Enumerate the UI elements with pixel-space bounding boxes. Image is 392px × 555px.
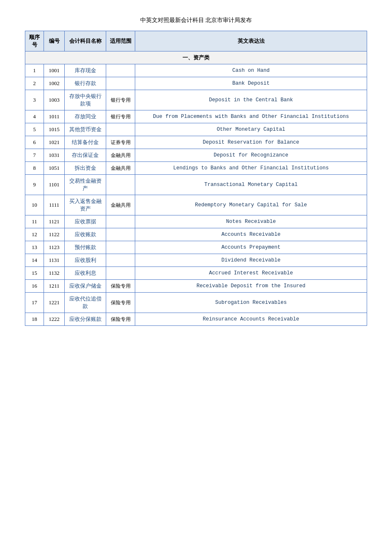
row-number: 7 xyxy=(25,149,44,162)
row-english: Deposit in the Central Bank xyxy=(135,90,367,110)
row-number: 17 xyxy=(25,293,44,313)
row-scope xyxy=(106,228,135,241)
row-number: 5 xyxy=(25,123,44,136)
table-row: 61021结算备付金证券专用Deposit Reservation for Ba… xyxy=(25,136,367,149)
row-english: Redemptory Monetary Capital for Sale xyxy=(135,195,367,215)
row-name: 应收分保账款 xyxy=(65,313,106,326)
row-name: 应收利息 xyxy=(65,267,106,280)
row-english: Lendings to Banks and Other Financial In… xyxy=(135,162,367,175)
row-name: 银行存款 xyxy=(65,77,106,90)
row-scope xyxy=(106,64,135,77)
row-english: Notes Receivable xyxy=(135,215,367,228)
row-number: 4 xyxy=(25,110,44,123)
row-name: 存放中央银行款项 xyxy=(65,90,106,110)
row-english: Accrued Interest Receivable xyxy=(135,267,367,280)
row-scope: 银行专用 xyxy=(106,110,135,123)
row-code: 1111 xyxy=(44,195,65,215)
row-scope xyxy=(106,123,135,136)
row-number: 13 xyxy=(25,241,44,254)
row-number: 6 xyxy=(25,136,44,149)
row-code: 1132 xyxy=(44,267,65,280)
row-code: 1221 xyxy=(44,293,65,313)
row-english: Deposit for Recognizance xyxy=(135,149,367,162)
row-english: Dividend Receivable xyxy=(135,254,367,267)
section-header-assets: 一、资产类 xyxy=(25,51,367,64)
row-code: 1122 xyxy=(44,228,65,241)
row-code: 1131 xyxy=(44,254,65,267)
row-number: 3 xyxy=(25,90,44,110)
row-scope xyxy=(106,77,135,90)
row-name: 交易性金融资产 xyxy=(65,175,106,195)
row-name: 拆出资金 xyxy=(65,162,106,175)
row-name: 其他货币资金 xyxy=(65,123,106,136)
row-name: 应收保户储金 xyxy=(65,280,106,293)
row-scope: 金融共用 xyxy=(106,162,135,175)
row-scope: 证券专用 xyxy=(106,136,135,149)
row-english: Other Monetary Capital xyxy=(135,123,367,136)
row-scope xyxy=(106,175,135,195)
row-code: 1011 xyxy=(44,110,65,123)
row-number: 11 xyxy=(25,215,44,228)
header-col3: 会计科目名称 xyxy=(65,31,106,51)
table-row: 51015其他货币资金Other Monetary Capital xyxy=(25,123,367,136)
table-row: 151132应收利息Accrued Interest Receivable xyxy=(25,267,367,280)
row-english: Receivable Deposit from the Insured xyxy=(135,280,367,293)
table-row: 91101交易性金融资产Transactional Monetary Capit… xyxy=(25,175,367,195)
row-code: 1123 xyxy=(44,241,65,254)
row-english: Reinsurance Accounts Receivable xyxy=(135,313,367,326)
row-number: 16 xyxy=(25,280,44,293)
row-scope xyxy=(106,254,135,267)
table-row: 111121应收票据Notes Receivable xyxy=(25,215,367,228)
row-number: 12 xyxy=(25,228,44,241)
row-name: 库存现金 xyxy=(65,64,106,77)
row-name: 结算备付金 xyxy=(65,136,106,149)
row-english: Accounts Prepayment xyxy=(135,241,367,254)
table-row: 21002银行存款Bank Deposit xyxy=(25,77,367,90)
row-scope: 金融共用 xyxy=(106,195,135,215)
table-row: 81051拆出资金金融共用Lendings to Banks and Other… xyxy=(25,162,367,175)
row-english: Cash on Hand xyxy=(135,64,367,77)
row-code: 1021 xyxy=(44,136,65,149)
row-name: 存出保证金 xyxy=(65,149,106,162)
accounts-table: 顺序号 编号 会计科目名称 适用范围 英文表达法 一、资产类 11001库存现金… xyxy=(25,31,367,326)
row-number: 9 xyxy=(25,175,44,195)
header-col1: 顺序号 xyxy=(25,31,44,51)
row-code: 1101 xyxy=(44,175,65,195)
row-english: Deposit Reservation for Balance xyxy=(135,136,367,149)
row-name: 存放同业 xyxy=(65,110,106,123)
row-name: 应收票据 xyxy=(65,215,106,228)
header-col2: 编号 xyxy=(44,31,65,51)
row-number: 10 xyxy=(25,195,44,215)
row-english: Due from Placements with Banks and Other… xyxy=(135,110,367,123)
row-scope: 保险专用 xyxy=(106,293,135,313)
row-code: 1001 xyxy=(44,64,65,77)
row-code: 1015 xyxy=(44,123,65,136)
row-scope: 保险专用 xyxy=(106,313,135,326)
row-number: 18 xyxy=(25,313,44,326)
table-row: 31003存放中央银行款项银行专用Deposit in the Central … xyxy=(25,90,367,110)
row-scope xyxy=(106,267,135,280)
table-row: 41011存放同业银行专用Due from Placements with Ba… xyxy=(25,110,367,123)
table-row: 11001库存现金Cash on Hand xyxy=(25,64,367,77)
row-number: 2 xyxy=(25,77,44,90)
row-code: 1051 xyxy=(44,162,65,175)
header-col4: 适用范围 xyxy=(106,31,135,51)
row-code: 1031 xyxy=(44,149,65,162)
row-code: 1121 xyxy=(44,215,65,228)
row-number: 8 xyxy=(25,162,44,175)
row-name: 预付账款 xyxy=(65,241,106,254)
table-row: 161211应收保户储金保险专用Receivable Deposit from … xyxy=(25,280,367,293)
table-row: 181222应收分保账款保险专用Reinsurance Accounts Rec… xyxy=(25,313,367,326)
row-number: 1 xyxy=(25,64,44,77)
row-scope: 保险专用 xyxy=(106,280,135,293)
row-name: 买入返售金融资产 xyxy=(65,195,106,215)
row-number: 14 xyxy=(25,254,44,267)
table-row: 171221应收代位追偿款保险专用Subrogation Receivables xyxy=(25,293,367,313)
row-scope: 银行专用 xyxy=(106,90,135,110)
row-scope: 金融共用 xyxy=(106,149,135,162)
row-code: 1222 xyxy=(44,313,65,326)
row-name: 应收代位追偿款 xyxy=(65,293,106,313)
row-english: Transactional Monetary Capital xyxy=(135,175,367,195)
page-title: 中英文对照最新会计科目 北京市审计局发布 xyxy=(25,17,367,24)
table-row: 101111买入返售金融资产金融共用Redemptory Monetary Ca… xyxy=(25,195,367,215)
